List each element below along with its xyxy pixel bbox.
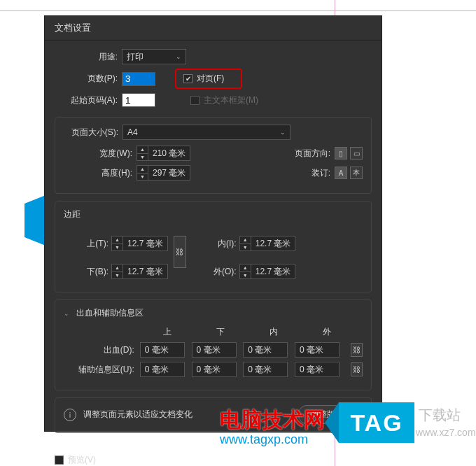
pages-label: 页数(P): xyxy=(55,73,118,85)
start-page-input[interactable] xyxy=(122,93,155,107)
orientation-landscape-button[interactable]: ▭ xyxy=(350,147,363,160)
facing-pages-label: 对页(F) xyxy=(197,73,224,85)
link-slug-icon[interactable]: ⛓ xyxy=(351,362,363,376)
bleed-label: 出血(D): xyxy=(64,344,139,356)
margin-top-stepper[interactable]: ▲▼ 12.7 毫米 xyxy=(111,236,168,251)
binding-left-button[interactable]: A xyxy=(335,167,347,179)
margin-top-label: 上(T): xyxy=(64,238,108,250)
height-stepper[interactable]: ▲▼ 297 毫米 xyxy=(136,165,190,181)
checkbox-unchecked-icon xyxy=(55,456,64,465)
stepper-down-icon[interactable]: ▼ xyxy=(137,174,148,181)
margin-outside-stepper[interactable]: ▲▼ 12.7 毫米 xyxy=(239,264,296,279)
watermark-right-url: www.xz7.com xyxy=(416,427,476,438)
slug-bottom-input[interactable]: 0 毫米 xyxy=(192,362,237,377)
link-bleed-icon[interactable]: ⛓ xyxy=(351,343,363,357)
margins-panel: 边距 上(T): ▲▼ 12.7 毫米 ⛓ 内(I): ▲▼ 12.7 毫米 xyxy=(55,201,372,292)
bleed-top-input[interactable]: 0 毫米 xyxy=(140,342,185,358)
col-inside: 内 xyxy=(247,326,300,338)
bleed-outside-input[interactable]: 0 毫米 xyxy=(295,342,340,358)
orientation-portrait-button[interactable]: ▯ xyxy=(335,147,347,160)
margins-title: 边距 xyxy=(64,209,363,220)
chevron-down-icon: ⌄ xyxy=(280,129,286,136)
preview-label: 预览(V) xyxy=(68,454,96,466)
tag-badge: TAG xyxy=(339,402,414,443)
slug-inside-input[interactable]: 0 毫米 xyxy=(243,362,288,377)
intent-value: 打印 xyxy=(127,51,144,63)
binding-right-button[interactable]: 本 xyxy=(350,167,363,179)
dialog-title: 文档设置 xyxy=(45,16,382,41)
stepper-up-icon[interactable]: ▲ xyxy=(137,146,148,154)
highlight-box: ✔ 对页(F) xyxy=(175,69,242,89)
pages-input[interactable] xyxy=(122,72,155,86)
intent-label: 用途: xyxy=(55,51,118,63)
adjust-info-text: 调整页面元素以适应文档变化 xyxy=(83,409,192,421)
slug-label: 辅助信息区(U): xyxy=(64,364,139,376)
height-label: 高度(H): xyxy=(64,167,132,179)
watermark-right: 下载站 xyxy=(419,406,461,425)
master-frame-label: 主文本框架(M) xyxy=(204,94,258,106)
margin-bottom-stepper[interactable]: ▲▼ 12.7 毫米 xyxy=(111,264,168,279)
binding-label: 装订: xyxy=(312,167,330,179)
slug-outside-input[interactable]: 0 毫米 xyxy=(295,362,340,377)
width-stepper[interactable]: ▲▼ 210 毫米 xyxy=(136,146,190,161)
master-frame-checkbox: 主文本框架(M) xyxy=(190,94,258,106)
page-size-value: A4 xyxy=(127,127,138,137)
disclosure-down-icon[interactable]: ⌄ xyxy=(64,310,69,317)
col-bottom: 下 xyxy=(194,326,247,338)
bleed-inside-input[interactable]: 0 毫米 xyxy=(243,342,288,358)
margin-inside-label: 内(I): xyxy=(206,238,237,250)
info-icon: i xyxy=(64,409,76,421)
page-size-panel: 页面大小(S): A4 ⌄ 宽度(W): ▲▼ 210 毫米 页面方向: ▯ xyxy=(55,117,372,194)
preview-checkbox[interactable]: 预览(V) xyxy=(55,454,96,466)
watermark-text: 电脑技术网 xyxy=(220,406,325,435)
col-top: 上 xyxy=(141,326,194,338)
stepper-up-icon[interactable]: ▲ xyxy=(137,166,148,174)
document-setup-dialog: 文档设置 用途: 打印 ⌄ 页数(P): ✔ 对页(F) xyxy=(44,15,382,432)
chevron-down-icon: ⌄ xyxy=(176,53,181,60)
width-value[interactable]: 210 毫米 xyxy=(148,146,190,161)
page-size-label: 页面大小(S): xyxy=(64,127,118,139)
bleed-title: 出血和辅助信息区 xyxy=(76,307,144,319)
margin-bottom-label: 下(B): xyxy=(64,266,108,278)
start-page-label: 起始页码(A): xyxy=(55,94,118,106)
checkbox-checked-icon: ✔ xyxy=(183,74,192,83)
margin-inside-stepper[interactable]: ▲▼ 12.7 毫米 xyxy=(239,236,296,251)
height-value[interactable]: 297 毫米 xyxy=(148,165,190,181)
checkbox-unchecked-icon xyxy=(190,96,200,105)
facing-pages-checkbox[interactable]: ✔ 对页(F) xyxy=(183,73,224,85)
width-label: 宽度(W): xyxy=(64,148,132,160)
orientation-label: 页面方向: xyxy=(295,148,330,160)
slug-top-input[interactable]: 0 毫米 xyxy=(140,362,185,377)
page-size-select[interactable]: A4 ⌄ xyxy=(122,125,290,140)
watermark-url: www.tagxp.com xyxy=(220,432,308,447)
link-margins-icon[interactable]: ⛓ xyxy=(174,236,186,268)
col-outside: 外 xyxy=(300,326,354,338)
bleed-slug-panel: ⌄ 出血和辅助信息区 上 下 内 外 出血(D): 0 毫米 0 毫米 0 毫米… xyxy=(55,299,372,390)
stepper-down-icon[interactable]: ▼ xyxy=(137,154,148,161)
intent-select[interactable]: 打印 ⌄ xyxy=(122,49,186,64)
bleed-bottom-input[interactable]: 0 毫米 xyxy=(192,342,237,358)
margin-outside-label: 外(O): xyxy=(206,266,237,278)
